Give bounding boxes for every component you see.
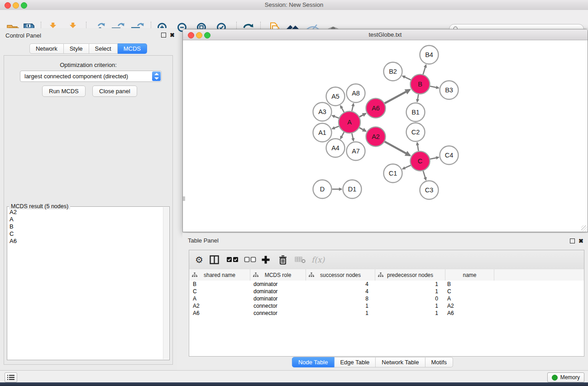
edge-C-C3[interactable]	[423, 171, 426, 180]
network-graph: B4B2BB3A5A8A6A3B1AA1C2A2A4A7C4CC1C3DD1	[183, 40, 588, 232]
table-cell: C	[189, 288, 250, 295]
close-panel-button[interactable]: ✖	[170, 32, 175, 38]
task-history-button[interactable]	[5, 372, 17, 382]
network-view-window: testGlobe.txt B4B2BB3A5A8A6A3B1AA1C2A2A4…	[182, 29, 588, 232]
table-cell: dominator	[250, 288, 305, 295]
edge-A-A7[interactable]	[352, 133, 354, 141]
node-label-A6: A6	[372, 105, 380, 112]
deselect-all-button[interactable]	[244, 257, 257, 268]
close-view-button[interactable]	[188, 32, 194, 38]
table-cell: A6	[189, 310, 250, 317]
table-cell: A2	[189, 302, 250, 310]
result-scrollbar[interactable]	[163, 207, 169, 359]
zoom-window-button[interactable]	[21, 2, 27, 9]
column-header-predecessor-nodes[interactable]: predecessor nodes	[375, 269, 445, 281]
close-panel-button-inner[interactable]: Close panel	[92, 86, 137, 97]
tab-node-table[interactable]: Node Table	[292, 357, 335, 367]
result-item[interactable]: C	[8, 230, 163, 238]
table-row[interactable]: Bdominator41B	[189, 281, 584, 288]
node-label-C1: C1	[389, 170, 397, 177]
tab-style[interactable]: Style	[64, 43, 89, 54]
zoom-view-button[interactable]	[204, 32, 210, 38]
tab-select[interactable]: Select	[89, 43, 118, 54]
result-item[interactable]: A2	[8, 209, 163, 216]
result-item[interactable]: A	[8, 216, 163, 223]
canvas-handle[interactable]	[183, 196, 185, 201]
column-header-shared-name[interactable]: shared name	[189, 269, 250, 281]
function-builder-button[interactable]: f(x)	[311, 254, 324, 266]
resize-grip-icon[interactable]	[581, 225, 587, 231]
edge-A-A1[interactable]	[332, 126, 339, 129]
edge-A2-C[interactable]	[385, 142, 410, 156]
edge-C-C4[interactable]	[430, 157, 439, 159]
edge-A-A4[interactable]	[340, 132, 344, 139]
minimize-view-button[interactable]	[196, 32, 202, 38]
table-settings-button[interactable]: ⚙	[193, 254, 206, 266]
node-label-A: A	[347, 119, 352, 126]
column-header-successor-nodes[interactable]: successor nodes	[306, 269, 375, 281]
node-table-container: ⚙	[189, 250, 584, 357]
select-stepper-icon	[152, 71, 161, 81]
edge-B-B4[interactable]	[423, 65, 426, 74]
table-cell: A	[189, 295, 250, 302]
float-panel-button[interactable]	[161, 33, 166, 38]
delete-table-button[interactable]	[295, 257, 307, 268]
edge-A-A2[interactable]	[359, 128, 366, 131]
table-header-row: shared nameMCDS rolesuccessor nodesprede…	[189, 269, 584, 281]
minimize-window-button[interactable]	[13, 2, 19, 9]
session-title: Session: New Session	[0, 0, 588, 10]
tab-mcds[interactable]: MCDS	[118, 43, 147, 54]
memory-status-icon	[552, 375, 558, 381]
edge-C-C1[interactable]	[402, 165, 411, 169]
select-all-button[interactable]	[226, 257, 239, 268]
result-item[interactable]: A6	[8, 238, 163, 245]
node-label-C2: C2	[411, 129, 420, 136]
desktop-edge	[0, 382, 588, 386]
result-item[interactable]: B	[8, 223, 163, 230]
table-cell: connector	[250, 310, 305, 317]
edge-A-A8[interactable]	[352, 104, 354, 111]
tab-motifs[interactable]: Motifs	[425, 357, 453, 367]
mcds-result-group: MCDS result (5 nodes) A2ABCA6	[7, 206, 170, 360]
table-cell: 1	[374, 288, 444, 295]
column-header-filler	[494, 269, 584, 281]
control-panel: Control Panel ✖ NetworkStyleSelectMCDS O…	[0, 28, 177, 370]
network-title: testGlobe.txt	[183, 29, 588, 40]
memory-button[interactable]: Memory	[547, 372, 584, 382]
table-row[interactable]: A2connector11A2	[189, 302, 584, 310]
close-window-button[interactable]	[5, 2, 11, 9]
status-bar: Memory	[0, 370, 588, 383]
hierarchy-icon	[253, 272, 258, 277]
criterion-select[interactable]: largest connected component (directed)	[20, 71, 162, 82]
close-table-panel-button[interactable]: ✖	[578, 238, 583, 244]
tab-network-table[interactable]: Network Table	[376, 357, 425, 367]
tab-network[interactable]: Network	[29, 43, 64, 54]
mcds-panel: Optimization criterion: largest connecte…	[4, 55, 173, 365]
table-row[interactable]: Adominator80A	[189, 295, 584, 302]
column-header-MCDS-role[interactable]: MCDS role	[250, 269, 306, 281]
edge-A-A3[interactable]	[332, 115, 339, 118]
split-panel-button[interactable]	[209, 255, 222, 267]
tab-edge-table[interactable]: Edge Table	[334, 357, 376, 367]
edge-A-A5[interactable]	[340, 105, 344, 112]
add-column-button[interactable]	[261, 255, 273, 267]
edge-B-B3[interactable]	[430, 86, 439, 88]
plus-icon	[261, 255, 271, 265]
edge-B-B1[interactable]	[417, 94, 419, 102]
criterion-selected-value: largest connected component (directed)	[24, 71, 128, 81]
edge-B-B2[interactable]	[402, 76, 411, 80]
network-canvas[interactable]: B4B2BB3A5A8A6A3B1AA1C2A2A4A7C4CC1C3DD1	[183, 40, 588, 232]
table-row[interactable]: Cdominator41C	[189, 288, 584, 295]
network-window-titlebar[interactable]: testGlobe.txt	[183, 29, 588, 40]
edge-C-C2[interactable]	[417, 143, 419, 151]
delete-column-button[interactable]	[278, 254, 291, 266]
edge-A6-B[interactable]	[385, 90, 410, 103]
table-cell: A6	[444, 310, 492, 317]
float-table-panel-button[interactable]	[570, 238, 575, 243]
column-header-name[interactable]: name	[445, 269, 494, 281]
node-label-B1: B1	[411, 109, 420, 116]
table-row[interactable]: A6connector11A6	[189, 310, 584, 317]
delete-table-icon	[295, 257, 306, 263]
run-mcds-button[interactable]: Run MCDS	[42, 86, 86, 97]
edge-A-A6[interactable]	[359, 114, 366, 117]
